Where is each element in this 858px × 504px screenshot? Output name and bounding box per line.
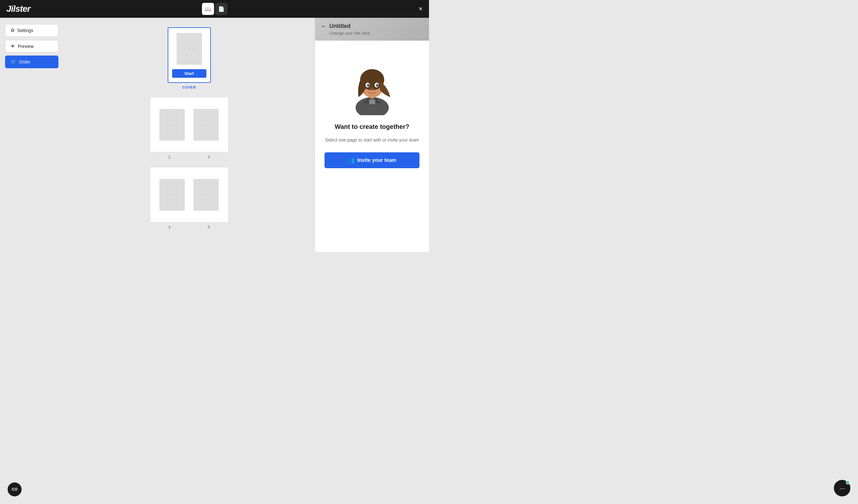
eye-icon: 👁 [11,44,15,49]
logo: Jilster [6,4,31,14]
cover-wrapper: · · · Start COVER [168,27,211,89]
close-button[interactable]: × [418,5,423,12]
spread-wrapper-1: · · · · · · 2 3 [150,97,229,159]
page-label-2: 2 [157,155,182,159]
settings-button[interactable]: ⚙ Settings [5,24,59,37]
page-icon: 📄 [218,6,224,12]
svg-point-10 [368,84,369,85]
sidebar: ⚙ Settings 👁 Preview 🛒 Order [0,18,64,252]
collab-text: Select one page to start with or invite … [325,137,419,144]
book-icon: 📖 [205,6,211,12]
svg-point-9 [377,84,378,86]
svg-point-8 [368,84,369,86]
invite-team-button[interactable]: 👥 Invite your team [324,152,419,168]
page-label-4: 4 [157,225,182,229]
spread-card-1[interactable]: · · · · · · [150,97,229,152]
cover-card[interactable]: · · · Start [168,27,211,83]
svg-point-11 [378,84,378,85]
page-view-button[interactable]: 📄 [215,3,227,15]
panel-header: ✏ Untitled Change your title here... [315,18,429,40]
svg-rect-12 [369,100,375,104]
character-illustration [344,53,401,117]
page-thumb-3: · · · [193,109,219,141]
spread-labels-2: 4 5 [150,225,229,229]
canvas-area: · · · Start COVER · · · · · · 2 3 · · · … [64,18,315,252]
header-view-toggle: 📖 📄 [202,3,227,15]
main-layout: ⚙ Settings 👁 Preview 🛒 Order · · · Start… [0,18,429,252]
cover-thumbnail: · · · [177,33,202,65]
page-thumb-5: · · · [193,179,219,211]
page-label-5: 5 [196,225,222,229]
page-label-3: 3 [196,155,222,159]
collab-section: Want to create together? Select one page… [315,40,429,252]
preview-button[interactable]: 👁 Preview [5,40,59,52]
header: Jilster 📖 📄 × [0,0,429,18]
start-button[interactable]: Start [172,69,206,78]
panel-title-area: Untitled Change your title here... [329,23,374,35]
cart-icon: 🛒 [11,59,16,65]
book-view-button[interactable]: 📖 [202,3,214,15]
edit-icon: ✏ [321,23,325,30]
page-thumb-4: · · · [159,179,185,211]
spread-labels-1: 2 3 [150,155,229,159]
panel-subtitle: Change your title here... [329,31,374,35]
spread-wrapper-2: · · · · · · 4 5 [150,167,229,229]
page-thumb-2: · · · [159,109,185,141]
right-panel: ✏ Untitled Change your title here... [315,18,429,252]
settings-icon: ⚙ [11,28,15,33]
cover-label: COVER [182,85,196,89]
collab-heading: Want to create together? [335,123,409,130]
spread-card-2[interactable]: · · · · · · [150,167,229,223]
panel-title: Untitled [329,23,374,30]
invite-icon: 👥 [348,157,355,164]
order-button[interactable]: 🛒 Order [5,55,59,68]
